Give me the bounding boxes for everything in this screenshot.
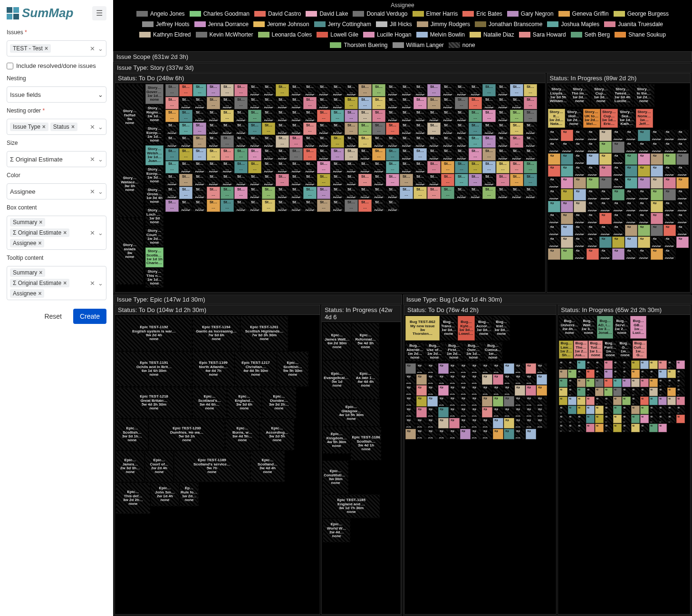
treemap-cell[interactable]: Epic…England…3w 3d 6hnone [227,387,261,418]
treemap-cell[interactable]: Epic…Dundee…3w 3d 2h…none [262,387,296,418]
treemap-cell[interactable]: St………… [663,177,676,189]
treemap-cell[interactable]: St………none [496,123,509,135]
treemap-cell[interactable]: St………… [413,97,427,109]
treemap-cell[interactable]: St………none [372,187,385,199]
treemap-cell[interactable]: St………… [482,396,492,407]
treemap-cell[interactable]: Story…Gross…1w 3d 4hnone [145,186,163,206]
treemap-cell[interactable]: Epic TEST-1189Scotland's service…5w 7hno… [174,451,250,482]
treemap-cell[interactable]: St………… [482,407,492,417]
treemap-cell[interactable]: St………… [482,135,496,148]
treemap-cell[interactable]: St………… [651,189,663,200]
treemap-cell[interactable]: St………… [193,135,206,148]
remove-icon[interactable]: × [63,229,67,236]
treemap-cell[interactable]: St………none [631,397,640,405]
treemap-cell[interactable]: St………none [221,161,234,173]
treemap-cell[interactable]: St………none [441,97,454,109]
treemap-cell[interactable]: St………none [386,110,399,122]
treemap-cell[interactable]: St………… [604,360,613,369]
treemap-cell[interactable]: St………… [413,148,427,161]
treemap-cell[interactable]: St………… [438,407,449,417]
treemap-cell[interactable]: St………none [193,199,206,212]
treemap-cell[interactable]: St………none [345,187,358,199]
treemap-cell[interactable]: St………none [386,187,399,199]
treemap-cell[interactable]: St………none [400,161,413,173]
treemap-cell[interactable]: St………none [493,363,503,374]
nesting-select[interactable]: Issue fields⌄ [7,86,106,103]
clear-icon[interactable]: ✕ [90,156,95,163]
treemap-cell[interactable]: St………… [561,153,573,165]
treemap-cell[interactable]: St………… [504,418,514,428]
treemap-cell[interactable]: St………none [559,424,567,432]
treemap-cell[interactable]: St………none [455,148,468,161]
treemap-cell[interactable]: St………none [262,174,275,186]
treemap-cell[interactable]: St………none [165,135,179,148]
treemap-cell[interactable]: St………… [438,363,449,374]
treemap-cell[interactable]: St………… [586,153,599,165]
treemap-cell[interactable]: St………… [548,201,560,212]
treemap-cell[interactable]: St………… [358,110,372,122]
treemap-cell[interactable]: St………none [612,130,625,141]
treemap-cell[interactable]: St………none [676,370,685,378]
treemap-cell[interactable]: St………… [649,360,658,369]
treemap-cell[interactable]: St………none [471,374,481,385]
treemap-cell[interactable]: St………none [577,370,586,378]
treemap-cell[interactable]: St………… [638,225,650,236]
treemap-cell[interactable]: St………… [165,110,179,122]
treemap-cell[interactable]: St………… [386,161,399,173]
treemap-cell[interactable]: St………… [658,360,667,369]
treemap-cell[interactable]: St………none [331,84,344,96]
treemap-cell[interactable]: St………… [561,225,573,236]
legend-item[interactable]: Leonarda Coles [258,31,312,38]
treemap-cell[interactable]: St………none [471,396,481,407]
treemap-cell[interactable]: St………none [317,84,330,96]
treemap-cell[interactable]: St………… [638,130,650,141]
treemap-cell[interactable]: St………… [493,374,503,385]
treemap-cell[interactable]: St………… [262,187,275,199]
treemap-cell[interactable]: St………… [559,397,567,405]
treemap-cell[interactable]: St………none [510,148,523,161]
treemap-cell[interactable]: St………… [221,148,234,161]
treemap-cell[interactable]: Epic…Reformat…5w 4d 3hnone [352,323,379,360]
treemap-cell[interactable]: St………none [496,135,509,148]
treemap-cell[interactable]: St………none [207,110,220,122]
treemap-cell[interactable]: St………none [613,370,622,378]
treemap-cell[interactable]: St………… [179,84,192,96]
treemap-cell[interactable]: Epic…Glasgow…4w 1d 5h 30mnone [323,400,380,426]
treemap-cell[interactable]: St………none [658,379,667,387]
tag[interactable]: Assignee× [10,289,44,298]
treemap-cell[interactable]: St………none [595,370,604,378]
treemap-cell[interactable]: St………none [586,225,599,236]
treemap-cell[interactable]: St………… [510,161,523,173]
box-content-select[interactable]: Summary×Σ Original Estimate×Assignee×✕⌄ [7,216,106,250]
treemap-cell[interactable]: St………… [577,379,586,387]
treemap-cell[interactable]: St………none [221,97,234,109]
treemap-cell[interactable]: St………… [651,225,663,236]
treemap-cell[interactable]: St………none [405,418,416,428]
treemap-cell[interactable]: St………… [372,123,385,135]
treemap-cell[interactable]: St………… [586,424,595,432]
treemap-cell[interactable]: St………… [595,406,604,414]
treemap-cell[interactable]: St………… [441,174,454,186]
treemap-cell[interactable]: St………none [460,396,471,407]
treemap-cell[interactable]: St………none [386,199,399,212]
treemap-cell[interactable]: Bug…Accord…1w 3d…none [475,316,492,341]
tooltip-content-select[interactable]: Summary×Σ Original Estimate×Assignee×✕⌄ [7,266,106,300]
treemap-cell[interactable]: St………… [595,424,604,432]
tag[interactable]: Summary× [10,218,45,227]
treemap-cell[interactable]: St………… [586,248,599,260]
treemap-cell[interactable]: Story…Holi…1w 2d…none [566,109,583,128]
treemap-cell[interactable]: Bug…Tud…1w 1d…none [588,341,603,359]
treemap-cell[interactable]: Epic TEST-1199North Atlantic…4w 4d 7hnon… [192,351,234,387]
treemap-cell[interactable]: St………none [548,189,560,200]
treemap-cell[interactable]: St………… [331,148,344,161]
treemap-cell[interactable]: St………… [568,397,577,405]
treemap-cell[interactable]: St………none [612,177,625,189]
treemap-cell[interactable]: St………none [358,161,372,173]
treemap-cell[interactable]: St………… [427,97,441,109]
treemap-cell[interactable]: St………none [493,385,503,396]
treemap-cell[interactable]: Bug…Aberde…1w 2d…none [405,342,424,361]
treemap-cell[interactable]: St………none [441,135,454,148]
treemap-cell[interactable]: St………none [165,174,179,186]
treemap-cell[interactable]: St………… [574,201,586,212]
treemap-cell[interactable]: St………none [469,84,482,96]
